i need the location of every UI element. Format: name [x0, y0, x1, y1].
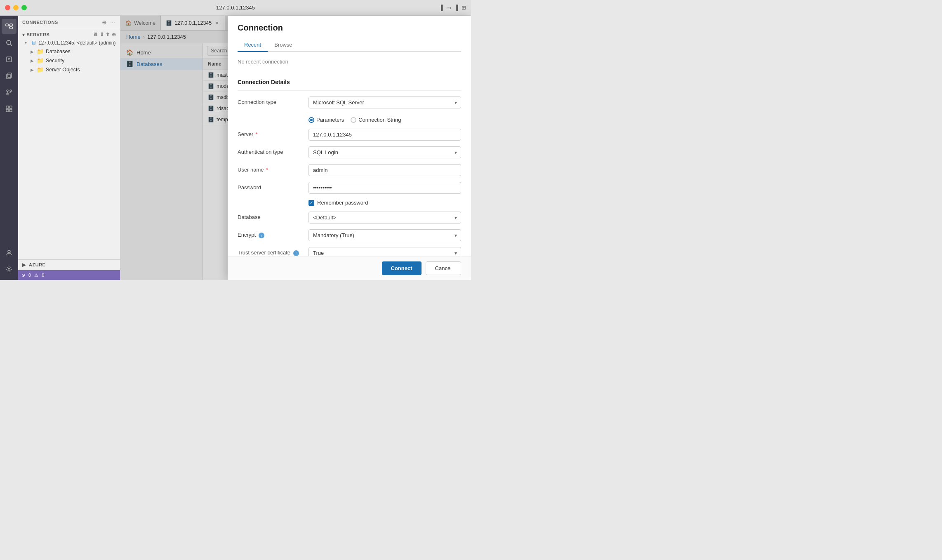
radio-parameters[interactable]: Parameters [309, 117, 344, 123]
database-label: Database [238, 212, 304, 220]
sidebar-header: CONNECTIONS ⊕ ··· [18, 16, 120, 29]
encrypt-select[interactable]: Mandatory (True) [309, 229, 461, 241]
main-content: 🏠 Welcome 🗄️ 127.0.0.1,12345 ✕ 🗄️ S... H… [120, 16, 471, 280]
username-input[interactable] [309, 164, 461, 176]
titlebar-icons: ▐ ▭ ▐ ⊞ [439, 5, 466, 11]
modal-body: No recent connection Connection Details … [228, 52, 471, 256]
auth-type-select[interactable]: SQL Login [309, 146, 461, 158]
encrypt-control: Mandatory (True) [309, 229, 461, 241]
remember-password-row: ✓ Remember password [238, 200, 461, 206]
server-icon-monitor[interactable]: 🖥 [93, 32, 98, 38]
icon-bar [0, 16, 18, 280]
tree-databases-item[interactable]: ▶ 📁 Databases [18, 47, 120, 56]
connection-type-select-wrapper: Microsoft SQL Server [309, 96, 461, 108]
svg-line-7 [10, 44, 12, 46]
sidebar-toggle-icon[interactable]: ▐ [439, 5, 443, 11]
encrypt-info-icon[interactable]: i [259, 233, 264, 238]
maximize-button[interactable] [21, 5, 27, 10]
window-controls[interactable] [5, 5, 27, 10]
new-connection-icon[interactable]: ⊕ [101, 18, 108, 26]
svg-rect-11 [8, 73, 12, 78]
trust-cert-control: True [309, 247, 461, 256]
modal-header: Connection Recent Browse [228, 16, 471, 52]
trust-cert-label: Trust server certificate i [238, 247, 304, 256]
server-tree: ▾ 🖥 127.0.0.1,12345, <default> (admin) ▶… [18, 38, 120, 259]
query-icon[interactable] [2, 52, 16, 67]
servers-label: ▾ SERVERS 🖥 ⬇ ⬆ ⊕ [18, 29, 120, 38]
modal-tabs: Recent Browse [238, 38, 461, 52]
git-icon[interactable] [2, 85, 16, 100]
azure-section[interactable]: ▶ AZURE [18, 259, 120, 270]
panel-icon[interactable]: ▐ [455, 5, 458, 11]
modal-footer: Connect Cancel [228, 256, 471, 280]
database-row: Database <Default> [238, 212, 461, 224]
tree-server-item[interactable]: ▾ 🖥 127.0.0.1,12345, <default> (admin) [18, 38, 120, 47]
svg-point-6 [7, 40, 11, 45]
auth-type-control: SQL Login [309, 146, 461, 158]
server-input[interactable] [309, 129, 461, 141]
username-row: User name * [238, 164, 461, 176]
server-row: Server * [238, 129, 461, 141]
warning-count: 0 [42, 273, 44, 278]
tree-security-item[interactable]: ▶ 📁 Security [18, 56, 120, 65]
server-required-asterisk: * [256, 131, 258, 137]
connection-type-label: Connection type [238, 96, 304, 105]
modal-title: Connection [238, 23, 461, 33]
username-required-asterisk: * [266, 167, 268, 173]
icon-bar-bottom [2, 245, 16, 280]
server-icon-network[interactable]: ⊕ [112, 32, 116, 38]
error-icon: ⊗ [21, 273, 25, 278]
svg-rect-19 [6, 109, 9, 112]
warning-icon: ⚠ [34, 273, 38, 278]
close-button[interactable] [5, 5, 10, 10]
connection-type-control: Microsoft SQL Server [309, 96, 461, 108]
server-icon-upload[interactable]: ⬆ [106, 32, 110, 38]
server-icon-download[interactable]: ⬇ [100, 32, 104, 38]
database-control: <Default> [309, 212, 461, 224]
svg-rect-18 [9, 106, 12, 108]
connection-type-row: Connection type Microsoft SQL Server [238, 96, 461, 108]
account-icon[interactable] [2, 245, 16, 260]
tab-browse[interactable]: Browse [268, 38, 299, 52]
connections-icon[interactable] [2, 19, 16, 34]
svg-rect-12 [7, 74, 10, 79]
trust-cert-select[interactable]: True [309, 247, 461, 256]
input-type-radio-group: Parameters Connection String [309, 114, 461, 123]
extensions-icon[interactable] [2, 101, 16, 116]
server-control [309, 129, 461, 141]
grid-icon[interactable]: ⊞ [462, 5, 466, 11]
monitor-icon[interactable]: ▭ [446, 5, 451, 11]
svg-rect-8 [7, 57, 12, 62]
cancel-button[interactable]: Cancel [426, 261, 461, 275]
encrypt-label: Encrypt i [238, 229, 304, 238]
trust-cert-info-icon[interactable]: i [293, 250, 299, 256]
window-title: 127.0.0.1,12345 [216, 5, 255, 11]
connection-type-select[interactable]: Microsoft SQL Server [309, 96, 461, 108]
more-icon[interactable]: ··· [109, 18, 116, 26]
tree-server-objects-item[interactable]: ▶ 📁 Server Objects [18, 65, 120, 74]
no-recent-text: No recent connection [238, 52, 461, 71]
checkbox-checked-icon: ✓ [309, 200, 314, 206]
database-select[interactable]: <Default> [309, 212, 461, 224]
sidebar-header-icons[interactable]: ⊕ ··· [101, 18, 116, 26]
radio-connection-string[interactable]: Connection String [351, 117, 401, 123]
remember-password-checkbox[interactable]: ✓ Remember password [309, 200, 461, 206]
search-icon[interactable] [2, 35, 16, 50]
svg-point-21 [8, 250, 10, 253]
settings-icon[interactable] [2, 262, 16, 277]
copy-icon[interactable] [2, 68, 16, 83]
svg-point-22 [8, 268, 10, 271]
input-type-row: Parameters Connection String [238, 114, 461, 123]
username-control [309, 164, 461, 176]
connect-button[interactable]: Connect [382, 261, 422, 275]
encrypt-select-wrapper: Mandatory (True) [309, 229, 461, 241]
svg-rect-20 [9, 109, 12, 112]
password-input[interactable] [309, 182, 461, 194]
svg-point-13 [7, 90, 8, 92]
modal-overlay[interactable]: Connection Recent Browse No recent conne… [120, 16, 471, 280]
encrypt-row: Encrypt i Mandatory (True) [238, 229, 461, 241]
tab-recent[interactable]: Recent [238, 38, 268, 52]
trust-cert-row: Trust server certificate i True [238, 247, 461, 256]
svg-point-14 [10, 90, 12, 92]
minimize-button[interactable] [13, 5, 19, 10]
